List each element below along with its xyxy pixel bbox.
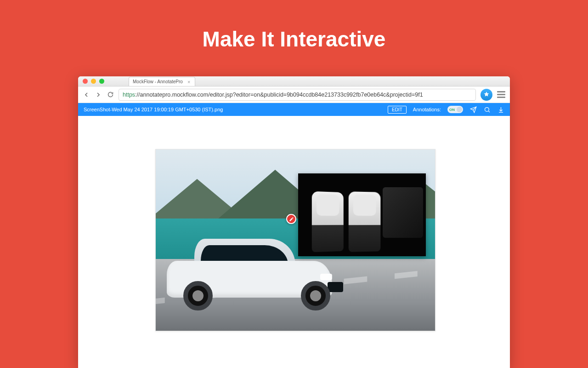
tab-title: MockFlow - AnnotatePro	[133, 79, 183, 84]
close-window-button[interactable]	[83, 79, 88, 84]
dashboard-graphic	[383, 187, 423, 238]
close-tab-icon[interactable]: ×	[187, 79, 190, 85]
browser-window: MockFlow - AnnotatePro × https://annotat…	[78, 76, 510, 368]
browser-navbar: https://annotatepro.mockflow.com/editor.…	[78, 86, 510, 103]
main-image[interactable]	[155, 149, 435, 331]
window-titlebar: MockFlow - AnnotatePro ×	[78, 76, 510, 86]
back-button[interactable]	[83, 91, 90, 98]
browser-menu-button[interactable]	[497, 91, 505, 98]
edit-button[interactable]: EDIT	[388, 106, 407, 114]
filename-label: ScreenShot-Wed May 24 2017 19:00:19 GMT+…	[84, 107, 223, 112]
forward-button[interactable]	[95, 91, 102, 98]
interior-overlay-image[interactable]	[298, 173, 426, 256]
annotatepro-extension-icon[interactable]	[481, 89, 492, 101]
annotations-label: Annotations:	[413, 107, 441, 112]
page-headline: Make It Interactive	[0, 27, 588, 52]
minimize-window-button[interactable]	[91, 79, 96, 84]
app-toolbar: ScreenShot-Wed May 24 2017 19:00:19 GMT+…	[78, 103, 510, 116]
download-icon[interactable]	[497, 106, 504, 113]
search-icon[interactable]	[483, 106, 491, 113]
seat-graphic	[349, 191, 381, 252]
window-controls	[83, 79, 104, 84]
browser-tab[interactable]: MockFlow - AnnotatePro ×	[129, 77, 195, 86]
svg-point-0	[485, 107, 489, 111]
share-icon[interactable]	[469, 106, 477, 113]
annotations-toggle[interactable]: ON	[447, 106, 463, 113]
toggle-state-label: ON	[449, 108, 455, 112]
url-bar[interactable]: https://annotatepro.mockflow.com/editor.…	[119, 89, 476, 101]
reload-button[interactable]	[107, 91, 114, 98]
toggle-knob	[457, 107, 462, 112]
url-protocol: https	[123, 92, 135, 98]
seat-graphic	[312, 191, 344, 253]
maximize-window-button[interactable]	[99, 79, 104, 84]
url-path: ://annotatepro.mockflow.com/editor.jsp?e…	[135, 92, 423, 98]
annotation-pin[interactable]	[286, 214, 296, 224]
canvas-area[interactable]	[78, 116, 510, 368]
